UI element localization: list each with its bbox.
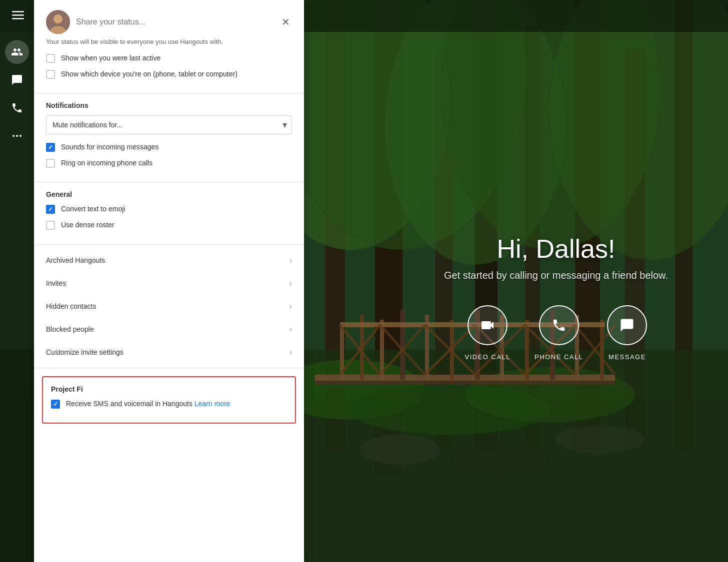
svg-point-58 xyxy=(20,135,22,137)
sidebar-item-contacts[interactable] xyxy=(5,40,29,64)
close-panel-button[interactable]: ✕ xyxy=(280,15,292,29)
links-section: Archived Hangouts › Invites › Hidden con… xyxy=(34,245,304,368)
archived-hangouts-label: Archived Hangouts xyxy=(46,256,105,264)
customize-invite-label: Customize invite settings xyxy=(46,348,124,356)
invites-link[interactable]: Invites › xyxy=(34,272,304,295)
project-fi-text: Receive SMS and voicemail in Hangouts xyxy=(66,400,192,408)
svg-point-57 xyxy=(16,135,18,137)
device-row: Show which device you're on (phone, tabl… xyxy=(46,69,292,79)
status-hint: Your status will be visible to everyone … xyxy=(46,38,292,45)
last-active-label: Show when you were last active xyxy=(61,53,160,63)
message-button[interactable]: MESSAGE xyxy=(607,305,647,361)
device-label: Show which device you're on (phone, tabl… xyxy=(61,69,238,79)
phone-call-label: PHONE CALL xyxy=(534,353,583,361)
blocked-people-label: Blocked people xyxy=(46,325,94,333)
avatar xyxy=(46,10,70,34)
sidebar-item-phone[interactable] xyxy=(5,96,29,120)
sidebar xyxy=(0,32,34,562)
sounds-checkbox[interactable] xyxy=(46,143,55,152)
learn-more-link[interactable]: Learn more xyxy=(194,400,230,408)
customize-invite-chevron-icon: › xyxy=(290,348,292,357)
device-checkbox[interactable] xyxy=(46,70,55,79)
phone-call-circle xyxy=(539,305,579,345)
project-fi-checkbox-row: Receive SMS and voicemail in Hangouts Le… xyxy=(51,399,287,409)
video-call-circle xyxy=(468,305,508,345)
general-title: General xyxy=(46,190,292,198)
action-buttons: VIDEO CALL PHONE CALL MESSAGE xyxy=(444,305,668,361)
status-row: ✕ xyxy=(46,10,292,34)
svg-point-56 xyxy=(12,135,14,137)
ring-checkbox[interactable] xyxy=(46,159,55,168)
settings-panel: ✕ Your status will be visible to everyon… xyxy=(34,0,304,562)
project-fi-section: Project Fi Receive SMS and voicemail in … xyxy=(42,376,296,424)
invites-chevron-icon: › xyxy=(290,279,292,288)
project-fi-title: Project Fi xyxy=(51,385,287,393)
sounds-label: Sounds for incoming messages xyxy=(61,142,158,152)
video-call-button[interactable]: VIDEO CALL xyxy=(465,305,511,361)
ring-label: Ring on incoming phone calls xyxy=(61,158,152,168)
mute-dropdown-wrapper: Mute notifications for... 15 minutes 1 h… xyxy=(46,115,292,134)
hamburger-menu-icon[interactable] xyxy=(8,5,28,27)
video-call-label: VIDEO CALL xyxy=(465,353,511,361)
emoji-checkbox[interactable] xyxy=(46,205,55,214)
last-active-checkbox[interactable] xyxy=(46,54,55,63)
customize-invite-link[interactable]: Customize invite settings › xyxy=(34,341,304,364)
welcome-subtitle: Get started by calling or messaging a fr… xyxy=(444,270,668,281)
dense-row: Use dense roster xyxy=(46,220,292,230)
project-fi-label: Receive SMS and voicemail in Hangouts Le… xyxy=(66,399,230,409)
mute-dropdown[interactable]: Mute notifications for... 15 minutes 1 h… xyxy=(46,115,292,134)
invites-label: Invites xyxy=(46,279,66,287)
archived-hangouts-chevron-icon: › xyxy=(290,256,292,265)
sidebar-item-more[interactable] xyxy=(5,124,29,148)
message-circle xyxy=(607,305,647,345)
hidden-contacts-label: Hidden contacts xyxy=(46,302,96,310)
welcome-area: Hi, Dallas! Get started by calling or me… xyxy=(444,234,668,361)
status-input[interactable] xyxy=(76,15,274,28)
blocked-people-link[interactable]: Blocked people › xyxy=(34,318,304,341)
emoji-row: Convert text to emoji xyxy=(46,204,292,214)
dense-label: Use dense roster xyxy=(61,220,114,230)
svg-rect-49 xyxy=(12,11,24,12)
hidden-contacts-chevron-icon: › xyxy=(290,302,292,311)
phone-call-button[interactable]: PHONE CALL xyxy=(534,305,583,361)
svg-point-60 xyxy=(54,14,62,23)
status-section: ✕ Your status will be visible to everyon… xyxy=(34,0,304,93)
sounds-row: Sounds for incoming messages xyxy=(46,142,292,152)
general-section: General Convert text to emoji Use dense … xyxy=(34,182,304,244)
emoji-label: Convert text to emoji xyxy=(61,204,125,214)
svg-rect-51 xyxy=(12,18,24,19)
blocked-people-chevron-icon: › xyxy=(290,325,292,334)
dense-checkbox[interactable] xyxy=(46,221,55,230)
svg-rect-50 xyxy=(12,14,24,16)
hidden-contacts-link[interactable]: Hidden contacts › xyxy=(34,295,304,318)
project-fi-checkbox[interactable] xyxy=(51,400,60,409)
ring-row: Ring on incoming phone calls xyxy=(46,158,292,168)
notifications-section: Notifications Mute notifications for... … xyxy=(34,93,304,182)
last-active-row: Show when you were last active xyxy=(46,53,292,63)
notifications-title: Notifications xyxy=(46,101,292,109)
message-label: MESSAGE xyxy=(608,353,646,361)
avatar-image xyxy=(46,10,70,34)
sidebar-item-messages[interactable] xyxy=(5,68,29,92)
welcome-title: Hi, Dallas! xyxy=(444,234,668,264)
archived-hangouts-link[interactable]: Archived Hangouts › xyxy=(34,249,304,272)
